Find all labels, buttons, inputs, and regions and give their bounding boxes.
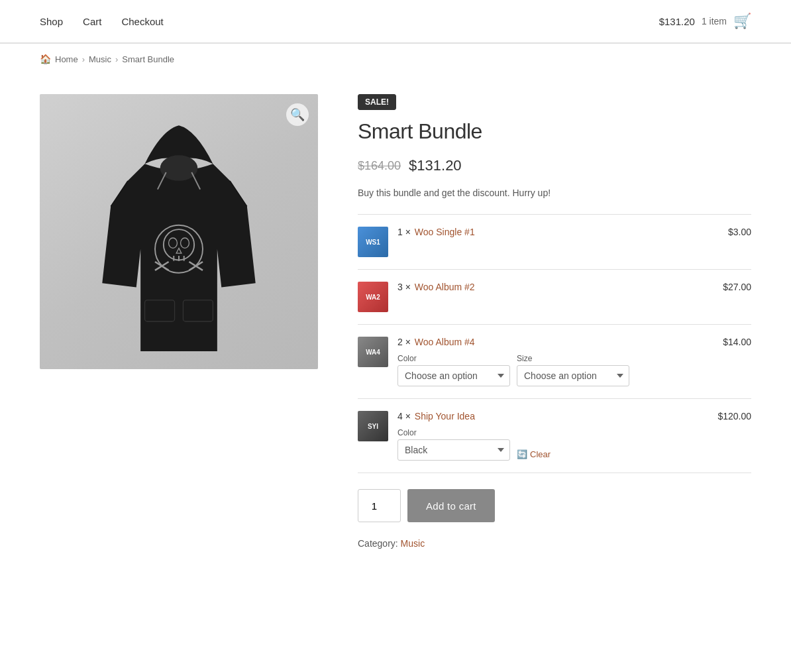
main-nav: Shop Cart Checkout [40,16,164,27]
bundle-item-qty: 2 × [397,337,411,347]
cart-items-count: 1 item [702,16,727,27]
add-to-cart-row: Add to cart [358,489,751,522]
product-description: Buy this bundle and get the discount. Hu… [358,188,751,198]
cart-summary: $131.20 1 item 🛒 [659,13,751,30]
bundle-item-name[interactable]: Woo Single #1 [415,227,475,237]
svg-point-0 [160,155,198,181]
bundle-item-thumb: WA2 [358,282,388,312]
product-image [40,94,318,369]
home-icon: 🏠 [40,54,51,64]
clear-link[interactable]: 🔄 Clear [517,449,551,459]
product-details: SALE! Smart Bundle $164.00 $131.20 Buy t… [358,94,751,549]
product-title: Smart Bundle [358,119,751,144]
size-select[interactable]: Choose an option S M L [517,365,629,386]
color-option-group: Color Choose an option Black White [397,354,510,386]
nav-shop[interactable]: Shop [40,16,63,27]
breadcrumb-home[interactable]: Home [55,54,78,64]
cart-icon[interactable]: 🛒 [733,13,751,30]
bundle-item-info: 3 × Woo Album #2 [397,282,713,295]
breadcrumb-current: Smart Bundle [122,54,174,64]
price-sale: $131.20 [409,157,462,174]
breadcrumb-music[interactable]: Music [89,54,111,64]
color-select[interactable]: Choose an option Black White [397,365,510,386]
color-label: Color [397,354,510,363]
price-block: $164.00 $131.20 [358,157,751,174]
category-label: Category: [358,538,398,549]
bundle-item-name[interactable]: Ship Your Idea [415,411,475,421]
bundle-item: SYI 4 × Ship Your Idea Color Black White [358,399,751,473]
bundle-item-price: $3.00 [728,227,751,237]
svg-point-6 [181,238,189,248]
bundle-item-name[interactable]: Woo Album #2 [415,282,475,292]
site-header: Shop Cart Checkout $131.20 1 item 🛒 [0,0,791,43]
bundle-item-name[interactable]: Woo Album #4 [415,337,475,347]
nav-checkout[interactable]: Checkout [121,16,163,27]
main-content: 🔍 SALE! Smart Bundle $164.00 $131.20 Buy… [0,74,791,569]
bundle-item-price: $14.00 [723,337,751,347]
nav-cart[interactable]: Cart [83,16,101,27]
bundle-item: WA2 3 × Woo Album #2 $27.00 [358,270,751,325]
ship-color-select[interactable]: Black White [397,439,510,461]
bundle-item-qty: 1 × [397,227,411,237]
bundle-item-price: $27.00 [723,282,751,292]
category-link[interactable]: Music [401,538,425,549]
bundle-item-info: 1 × Woo Single #1 [397,227,719,240]
price-original: $164.00 [358,159,401,173]
bundle-item-price: $120.00 [717,411,751,421]
quantity-input[interactable] [358,489,401,522]
woo-album4-options: Color Choose an option Black White Size … [397,354,713,386]
bundle-item-thumb: WS1 [358,227,388,257]
bundle-item-thumb: SYI [358,411,388,441]
size-label: Size [517,354,629,363]
bundle-items: WS1 1 × Woo Single #1 $3.00 WA2 3 × [358,214,751,473]
ship-color-label: Color [397,428,510,437]
clear-label: Clear [530,449,551,459]
bundle-item-info: 2 × Woo Album #4 Color Choose an option … [397,337,713,386]
bundle-item-qty: 3 × [397,282,411,292]
cart-amount: $131.20 [659,16,695,27]
add-to-cart-button[interactable]: Add to cart [407,489,495,522]
bundle-item-qty: 4 × [397,411,411,421]
bundle-item-info: 4 × Ship Your Idea Color Black White [397,411,708,461]
product-image-container: 🔍 [40,94,318,369]
category-line: Category: Music [358,538,751,549]
breadcrumb: 🏠 Home › Music › Smart Bundle [0,44,791,74]
bundle-item-thumb: WA4 [358,337,388,367]
bundle-item: WA4 2 × Woo Album #4 Color Choose an opt… [358,325,751,399]
ship-idea-options: Color Black White 🔄 Clear [397,428,708,461]
ship-color-option-group: Color Black White [397,428,510,461]
size-option-group: Size Choose an option S M L [517,354,629,386]
product-image-svg [93,113,265,351]
svg-point-5 [169,238,178,248]
sale-badge: SALE! [358,94,396,110]
bundle-item: WS1 1 × Woo Single #1 $3.00 [358,215,751,270]
zoom-icon[interactable]: 🔍 [286,103,309,126]
refresh-icon: 🔄 [517,449,527,459]
